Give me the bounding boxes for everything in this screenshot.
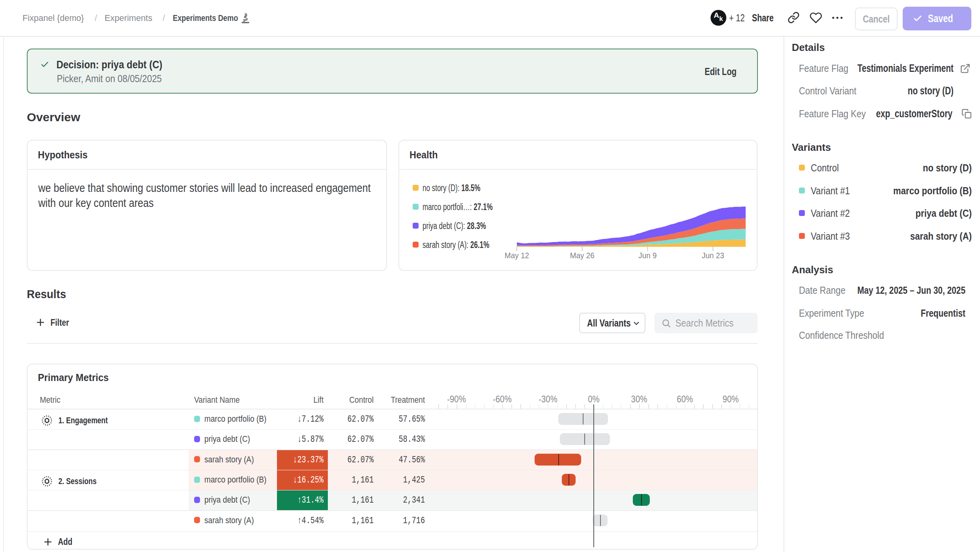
svg-text:May 26: May 26 (570, 251, 595, 260)
svg-text:Jun 23: Jun 23 (702, 251, 724, 260)
svg-text:Jun 9: Jun 9 (638, 251, 656, 260)
svg-text:May 12: May 12 (505, 251, 529, 260)
